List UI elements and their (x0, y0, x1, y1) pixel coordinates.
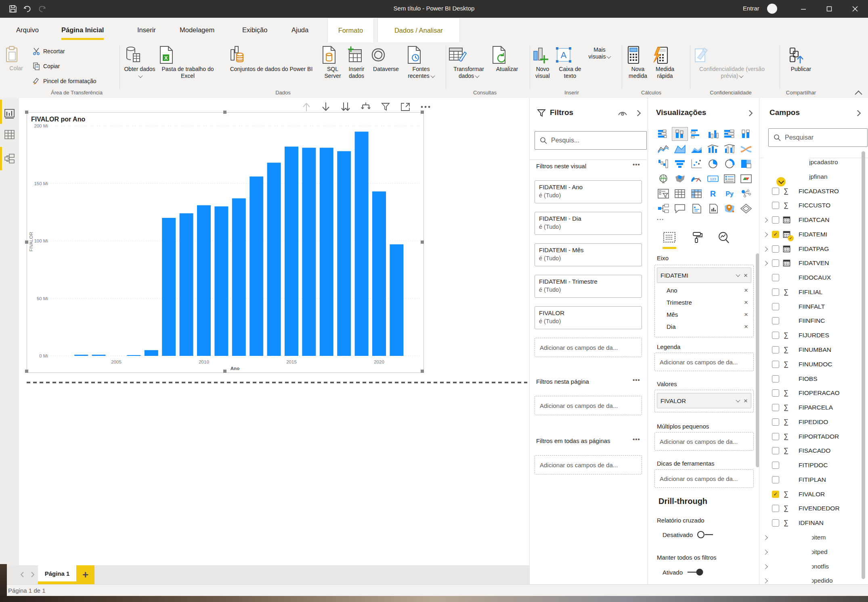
well-chip-fivalor[interactable]: FIVALOR× (657, 393, 751, 408)
viz-icon-filled-map[interactable] (672, 172, 688, 186)
menu-dados-analisar[interactable]: Dados / Analisar (378, 18, 459, 42)
child-remove-button[interactable]: × (744, 299, 748, 306)
resize-handle-s[interactable] (223, 370, 226, 373)
field-row-FIINFINC[interactable]: FIINFINC (759, 314, 868, 328)
report-view-icon[interactable] (4, 108, 15, 119)
field-checkbox[interactable] (772, 418, 779, 426)
field-checkbox[interactable] (772, 274, 779, 281)
viz-icon-qa[interactable] (672, 202, 688, 215)
field-checkbox[interactable] (772, 303, 779, 310)
viz-icon-card[interactable]: 123 (705, 172, 721, 186)
well-child-dia[interactable]: Dia× (657, 321, 751, 332)
drill-up-icon[interactable] (302, 102, 311, 112)
eixo-well[interactable]: FIDATEMI×Ano×Trimestre×Mês×Dia× (654, 265, 754, 337)
more-visuals-button[interactable]: Mais visuais (587, 45, 612, 60)
resize-handle-e[interactable] (421, 240, 424, 244)
field-checkbox[interactable] (772, 188, 779, 195)
field-checkbox[interactable] (772, 346, 779, 353)
legenda-placeholder[interactable]: Adicionar os campos de da... (654, 353, 754, 371)
tab-analytics-icon[interactable] (717, 231, 730, 249)
filter-card[interactable]: FIDATEMI - Mêsé (Tudo) (535, 243, 642, 266)
filter-card[interactable]: FIVALORé (Tudo) (535, 306, 642, 329)
viz-icon-matrix[interactable] (688, 187, 704, 201)
sensitivity-button[interactable]: Confidencialidade (versão prévia) (691, 45, 773, 79)
field-checkbox[interactable] (772, 317, 779, 324)
sql-server-button[interactable]: SQL Server (321, 45, 345, 79)
field-checkbox[interactable] (772, 433, 779, 440)
expand-chevron-icon[interactable] (763, 261, 768, 266)
menu-modelagem[interactable]: Modelagem (180, 18, 214, 42)
viz-icon-100-stacked-column[interactable] (738, 127, 754, 141)
filter-card[interactable]: FIDATEMI - Diaé (Tudo) (535, 212, 642, 235)
expand-chevron-icon[interactable] (763, 247, 768, 252)
viz-icon-slicer[interactable] (655, 187, 671, 201)
excel-workbook-button[interactable]: XPasta de trabalho do Excel (157, 45, 218, 79)
expand-chevron-icon[interactable] (763, 550, 768, 555)
collapse-ribbon-chevron[interactable] (855, 90, 862, 98)
viz-icon-r-script[interactable]: R (705, 187, 721, 201)
viz-icon-waterfall[interactable] (655, 157, 671, 171)
section-more-options[interactable]: ••• (633, 376, 640, 383)
field-row-FIVENDEDOR[interactable]: ∑FIVENDEDOR (759, 501, 868, 516)
resize-handle-w[interactable] (25, 240, 28, 244)
viz-icon-kpi[interactable] (738, 172, 754, 186)
field-checkbox[interactable] (772, 375, 779, 383)
field-checkbox[interactable] (772, 202, 779, 209)
resize-handle-ne[interactable] (421, 111, 424, 114)
chip-remove-button[interactable]: × (744, 397, 748, 404)
viz-icon-funnel[interactable] (672, 157, 688, 171)
collapse-filters-chevron[interactable] (635, 110, 641, 117)
field-checkbox[interactable] (772, 505, 779, 512)
tab-fields-icon[interactable] (663, 231, 676, 249)
field-row-FIDOCAUX[interactable]: FIDOCAUX (759, 270, 868, 285)
child-remove-button[interactable]: × (744, 323, 748, 330)
resize-handle-n[interactable] (223, 111, 226, 114)
field-checkbox[interactable] (772, 361, 779, 368)
child-remove-button[interactable]: × (744, 287, 748, 294)
field-checkbox[interactable]: ✓ (772, 491, 779, 498)
menu-inserir[interactable]: Inserir (137, 18, 156, 42)
toggle-on[interactable] (687, 568, 704, 576)
recent-sources-button[interactable]: Fontes recentes (406, 45, 436, 79)
minimize-button[interactable] (790, 0, 816, 18)
viz-icon-decomposition-tree[interactable] (655, 202, 671, 215)
viz-icon-multi-row-card[interactable] (721, 172, 738, 186)
page-tab[interactable]: Página 1 (38, 565, 76, 581)
viz-icon-key-influencers[interactable] (738, 187, 754, 201)
viz-icon-table[interactable] (672, 187, 688, 201)
copy-button[interactable]: Copiar (32, 62, 60, 70)
viz-icon-100-stacked-bar[interactable] (721, 127, 738, 141)
field-row-FIINFALT[interactable]: FIINFALT (759, 299, 868, 314)
menu-pagina-inicial[interactable]: Página Inicial (61, 18, 104, 42)
section-more-options[interactable]: ••• (633, 161, 640, 168)
field-checkbox[interactable] (772, 447, 779, 454)
viz-icon-arcgis-map[interactable] (721, 202, 738, 215)
add-data-fields-card[interactable]: Adicionar os campos de da... (535, 338, 642, 357)
well-child-trimestre[interactable]: Trimestre× (657, 297, 751, 308)
field-row-FIDATPAG[interactable]: FIDATPAG (759, 242, 868, 256)
field-row-FIPEDIDO[interactable]: ∑FIPEDIDO (759, 415, 868, 429)
child-remove-button[interactable]: × (744, 311, 748, 318)
expand-chevron-icon[interactable] (763, 578, 768, 583)
section-more-options[interactable]: ••• (633, 436, 640, 443)
expand-chevron-icon[interactable] (763, 564, 768, 569)
field-row-FITIPLAN[interactable]: FITIPLAN (759, 472, 868, 487)
valores-well[interactable]: FIVALOR× (654, 390, 754, 412)
field-row-IDFINAN[interactable]: ∑IDFINAN (759, 516, 868, 530)
field-checkbox[interactable] (772, 389, 779, 397)
refresh-button[interactable]: Atualizar (491, 45, 523, 73)
more-options-icon[interactable] (420, 105, 431, 109)
expand-chevron-icon[interactable] (763, 217, 768, 223)
field-checkbox[interactable] (772, 216, 779, 224)
enter-data-button[interactable]: Inserir dados (345, 45, 368, 79)
menu-arquivo[interactable]: Arquivo (16, 18, 39, 42)
avatar[interactable] (767, 4, 777, 14)
field-row-FICCUSTO[interactable]: ∑FICCUSTO (759, 198, 868, 213)
viz-icon-python[interactable]: Py (721, 187, 738, 201)
filters-search[interactable]: Pesquis... (535, 131, 647, 150)
report-canvas[interactable]: FIVALOR por Ano0 Mi50 Mi100 Mi150 Mi200 … (19, 98, 529, 565)
resize-handle-sw[interactable] (25, 370, 28, 373)
field-row-FISACADO[interactable]: ∑FISACADO (759, 443, 868, 458)
field-row-FIPORTADOR[interactable]: ∑FIPORTADOR (759, 429, 868, 444)
fields-panel-scrollbar[interactable] (862, 151, 865, 579)
